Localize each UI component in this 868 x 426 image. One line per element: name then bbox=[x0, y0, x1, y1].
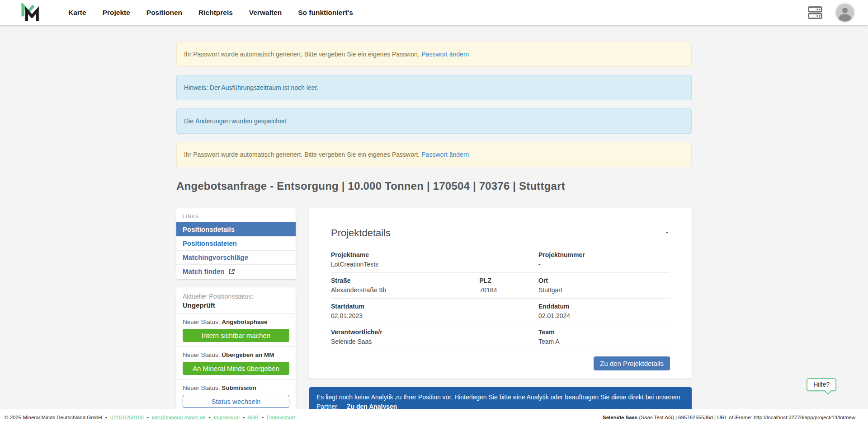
field-label: Verantwortliche/r bbox=[331, 328, 538, 336]
current-status-label: Aktueller Positionsstatus: bbox=[183, 293, 289, 300]
footer-left: © 2025 Mineral Minds Deutschland GmbH • … bbox=[5, 415, 296, 420]
nav-item-karte[interactable]: Karte bbox=[63, 5, 92, 20]
sidebar-item-positionsdetails[interactable]: Positionsdetails bbox=[176, 222, 296, 236]
page-title: Angebotsanfrage - Entsorgung | 10.000 To… bbox=[176, 180, 692, 192]
nav-item-richtpreis[interactable]: Richtpreis bbox=[193, 5, 238, 20]
alert-execution-period-hint: Hinweis: Der Ausführungszeitraum ist noc… bbox=[176, 75, 692, 100]
detail-row: Projektname LotCreationTests Projektnumm… bbox=[331, 251, 670, 273]
alert-text: Ihr Passwort wurde automatisch generiert… bbox=[184, 151, 420, 158]
status-card: Aktueller Positionsstatus: Ungeprüft Neu… bbox=[176, 287, 296, 409]
alert-text: Hinweis: Der Ausführungszeitraum ist noc… bbox=[184, 84, 318, 91]
alert-text: Ihr Passwort wurde automatisch generiert… bbox=[184, 51, 420, 58]
new-status-line: Neuer Status: Übergeben an MM bbox=[183, 351, 289, 358]
nav-item-so-funktionierts[interactable]: So funktioniert's bbox=[292, 5, 359, 20]
go-to-analyses-link[interactable]: Zu den Analysen bbox=[347, 403, 397, 409]
separator: • bbox=[262, 415, 264, 420]
impressum-link[interactable]: Impressum bbox=[214, 415, 240, 420]
external-link-icon bbox=[229, 268, 235, 275]
current-status-value: Ungeprüft bbox=[183, 301, 289, 309]
datenschutz-link[interactable]: Datenschutz bbox=[267, 415, 296, 420]
separator: • bbox=[243, 415, 245, 420]
hand-over-to-mineral-minds-button[interactable]: An Mineral Minds übergeben bbox=[183, 362, 289, 375]
project-details-card: Projektdetails - Projektname LotCreation… bbox=[309, 208, 692, 379]
detail-row: Straße Alexanderstraße 9b PLZ 70184 Ort … bbox=[331, 273, 670, 299]
main-navigation: Karte Projekte Positionen Richtpreis Ver… bbox=[63, 5, 359, 20]
navbar-right bbox=[807, 2, 855, 23]
sidebar-item-positionsdateien[interactable]: Positionsdateien bbox=[176, 236, 296, 250]
new-status-label: Neuer Status: bbox=[183, 351, 220, 358]
analytics-banner: Es liegt noch keine Analytik zu Ihrer Po… bbox=[309, 387, 692, 409]
sidebar-item-label: Matchingvorschläge bbox=[183, 253, 248, 261]
alert-password-warning-2: Ihr Passwort wurde automatisch generiert… bbox=[176, 142, 692, 167]
agb-link[interactable]: AGB bbox=[248, 415, 259, 420]
nav-item-projekte[interactable]: Projekte bbox=[97, 5, 136, 20]
phone-link[interactable]: 07151/250100 bbox=[110, 415, 144, 420]
sidebar: LINKS Positionsdetails Positionsdateien … bbox=[176, 208, 296, 409]
top-navbar: Karte Projekte Positionen Richtpreis Ver… bbox=[0, 0, 868, 25]
user-avatar[interactable] bbox=[835, 2, 855, 23]
alert-changes-saved: Die Änderungen wurden gespeichert bbox=[176, 108, 692, 134]
project-details-title: Projektdetails bbox=[331, 227, 391, 239]
field-label: Projektname bbox=[331, 251, 538, 259]
new-status-line: Neuer Status: Submission bbox=[183, 384, 289, 391]
field-value: Stuttgart bbox=[538, 286, 670, 294]
title-divider bbox=[176, 199, 692, 199]
password-change-link[interactable]: Passwort ändern bbox=[421, 51, 469, 58]
field-value: Team A bbox=[538, 337, 670, 346]
alert-password-warning: Ihr Passwort wurde automatisch generiert… bbox=[176, 42, 692, 67]
field-label: PLZ bbox=[480, 276, 539, 285]
divider bbox=[176, 314, 296, 314]
sidebar-item-matchingvorschlaege[interactable]: Matchingvorschläge bbox=[176, 250, 296, 264]
separator: • bbox=[105, 415, 107, 420]
field-label: Straße bbox=[331, 276, 480, 285]
new-status-line: Neuer Status: Angebotsphase bbox=[183, 318, 289, 325]
field-value: - bbox=[538, 260, 670, 268]
main-column: Projektdetails - Projektname LotCreation… bbox=[309, 208, 692, 409]
password-change-link[interactable]: Passwort ändern bbox=[421, 151, 469, 158]
alert-text: Die Änderungen wurden gespeichert bbox=[184, 117, 287, 125]
sidebar-item-label: Match finden bbox=[183, 267, 225, 275]
change-status-button[interactable]: Status wechseln bbox=[183, 395, 289, 408]
field-value: 70184 bbox=[480, 286, 539, 294]
sidebar-item-match-finden[interactable]: Match finden bbox=[176, 264, 296, 278]
make-visible-internally-button[interactable]: Intern sichtbar machen bbox=[183, 329, 289, 342]
divider bbox=[176, 379, 296, 380]
field-value: LotCreationTests bbox=[331, 260, 538, 268]
project-details-grid: Projektname LotCreationTests Projektnumm… bbox=[331, 251, 670, 350]
new-status-value: Angebotsphase bbox=[222, 318, 267, 325]
links-card: LINKS Positionsdetails Positionsdateien … bbox=[176, 208, 296, 279]
field-value: 02.01.2023 bbox=[331, 312, 538, 320]
separator: • bbox=[147, 415, 149, 420]
help-button[interactable]: Hilfe? bbox=[807, 378, 836, 391]
go-to-project-details-button[interactable]: Zu den Projektdetails bbox=[594, 356, 670, 370]
links-card-header: LINKS bbox=[176, 208, 296, 222]
divider bbox=[176, 346, 296, 347]
email-link[interactable]: info@mineral-minds.de bbox=[152, 415, 205, 420]
sidebar-item-label: Positionsdetails bbox=[183, 225, 235, 233]
detail-row: Verantwortliche/r Selenide Saas Team Tea… bbox=[331, 324, 670, 350]
footer: © 2025 Mineral Minds Deutschland GmbH • … bbox=[0, 409, 868, 426]
session-details: (Saas Test AG) | 69576255536d | URL of i… bbox=[637, 415, 855, 420]
new-status-value: Submission bbox=[222, 384, 256, 391]
detail-row: Startdatum 02.01.2023 Enddatum 02.01.202… bbox=[331, 299, 670, 324]
new-status-value: Übergeben an MM bbox=[222, 351, 274, 358]
field-label: Projektnummer bbox=[538, 251, 670, 259]
content-container: Ihr Passwort wurde automatisch generiert… bbox=[176, 42, 692, 409]
field-label: Team bbox=[538, 328, 670, 336]
nav-item-verwalten[interactable]: Verwalten bbox=[244, 5, 287, 20]
nav-item-positionen[interactable]: Positionen bbox=[141, 5, 188, 20]
new-status-label: Neuer Status: bbox=[183, 318, 220, 325]
field-label: Startdatum bbox=[331, 302, 538, 310]
sidebar-item-label: Positionsdateien bbox=[183, 239, 237, 247]
server-icon[interactable] bbox=[807, 5, 823, 20]
field-label: Ort bbox=[538, 276, 670, 285]
page: Karte Projekte Positionen Richtpreis Ver… bbox=[0, 0, 868, 426]
field-label: Enddatum bbox=[538, 302, 670, 310]
session-user: Selenide Saas bbox=[603, 415, 637, 420]
field-value: Alexanderstraße 9b bbox=[331, 286, 480, 294]
content-area: Ihr Passwort wurde automatisch generiert… bbox=[0, 25, 868, 409]
new-status-label: Neuer Status: bbox=[183, 384, 220, 391]
collapse-toggle[interactable]: - bbox=[664, 227, 670, 236]
field-value: 02.01.2024 bbox=[538, 312, 670, 320]
mineral-minds-logo-icon[interactable] bbox=[20, 3, 41, 22]
